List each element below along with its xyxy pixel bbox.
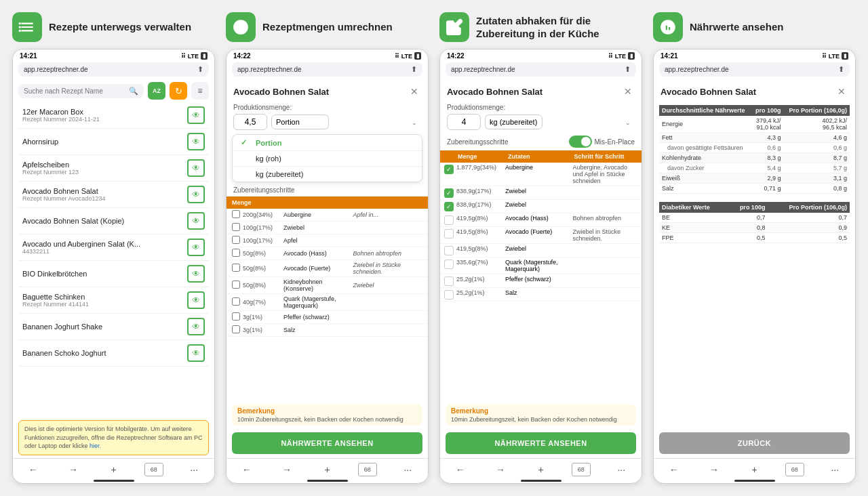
- unit-select-3[interactable]: Portion kg (roh) kg (zubereitet): [485, 115, 542, 129]
- recipe-eye-icon[interactable]: 👁: [187, 318, 205, 335]
- url-bar-4[interactable]: app.rezeptrechner.de ⬆: [659, 62, 850, 77]
- more-nav[interactable]: ···: [184, 463, 203, 476]
- forward-nav-4[interactable]: →: [705, 463, 724, 476]
- back-nav-2[interactable]: ←: [237, 463, 256, 476]
- ingredient-checkbox[interactable]: [232, 312, 240, 321]
- back-button-4[interactable]: ZURÜCK: [659, 432, 850, 454]
- modal-header-4: Avocado Bohnen Salat ✕: [654, 79, 855, 102]
- dropdown-item-portion[interactable]: ✓ Portion: [233, 135, 422, 151]
- bemerkung-section-3: Bemerkung 10min Zubereitungszeit, kein B…: [446, 405, 636, 426]
- list-item[interactable]: Bananen Joghurt Shake 👁: [18, 314, 209, 340]
- ingredient-checkbox[interactable]: [232, 281, 240, 289]
- az-sort-button[interactable]: AZ: [148, 82, 165, 100]
- diabetiker-col-100g: pro 100g: [728, 202, 768, 213]
- qty-input-3[interactable]: [447, 114, 481, 130]
- ingredient-checkbox[interactable]: [444, 229, 454, 239]
- tabs-nav-2[interactable]: 68: [358, 463, 377, 476]
- recipe-eye-icon[interactable]: 👁: [187, 159, 205, 177]
- url-bar-3[interactable]: app.rezeptrechner.de ⬆: [446, 62, 636, 77]
- home-indicator-2: [226, 479, 428, 483]
- ingredient-checkbox[interactable]: [444, 276, 454, 286]
- ingredient-checkbox[interactable]: ✓: [444, 188, 454, 198]
- recipe-eye-icon[interactable]: 👁: [187, 239, 205, 256]
- list-item[interactable]: 12er Macaron Box Rezept Nummer 2024-11-2…: [18, 102, 209, 129]
- url-bar-1[interactable]: app.rezeptrechner.de ⬆: [18, 62, 209, 77]
- ingredient-checkbox[interactable]: [232, 236, 240, 244]
- more-nav-4[interactable]: ···: [825, 463, 844, 476]
- list-item[interactable]: Avocado Bohnen Salat Rezept Nummer Avoca…: [18, 182, 209, 208]
- tabs-nav[interactable]: 68: [144, 463, 163, 476]
- share-icon-3[interactable]: ⬆: [625, 65, 631, 74]
- recipe-eye-icon[interactable]: 👁: [187, 133, 205, 150]
- checklist-row: 419,5g(8%) Zwiebel: [440, 244, 642, 257]
- bottom-bar-4: ← → + 68 ···: [654, 458, 855, 479]
- forward-nav-3[interactable]: →: [491, 463, 510, 476]
- search-wrap[interactable]: 🔍: [18, 84, 144, 98]
- more-nav-2[interactable]: ···: [398, 463, 417, 476]
- add-nav-2[interactable]: +: [317, 463, 336, 476]
- filter-button[interactable]: ≡: [191, 82, 209, 100]
- add-nav-3[interactable]: +: [531, 463, 550, 476]
- url-bar-2[interactable]: app.rezeptrechner.de ⬆: [232, 62, 422, 77]
- nahrwerte-button-3[interactable]: NÄHRWERTE ANSEHEN: [446, 432, 636, 454]
- add-nav[interactable]: +: [104, 463, 123, 476]
- back-nav-4[interactable]: ←: [665, 463, 684, 476]
- ingredient-checkbox[interactable]: [232, 249, 240, 257]
- ingredient-checkbox[interactable]: [444, 260, 454, 269]
- more-nav-3[interactable]: ···: [612, 463, 631, 476]
- share-icon-2[interactable]: ⬆: [411, 65, 417, 74]
- close-button-4[interactable]: ✕: [835, 85, 848, 98]
- recipe-eye-icon[interactable]: 👁: [187, 106, 205, 124]
- ingredient-checkbox[interactable]: [444, 290, 454, 299]
- mis-en-place-toggle[interactable]: [569, 136, 592, 148]
- modal-header-2: Avocado Bohnen Salat ✕: [226, 79, 428, 102]
- list-item[interactable]: Ahornsirup 👁: [18, 129, 209, 155]
- add-nav-4[interactable]: +: [745, 463, 764, 476]
- back-nav[interactable]: ←: [24, 463, 43, 476]
- forward-nav[interactable]: →: [64, 463, 83, 476]
- bottom-bar-1: ← → + 68 ···: [13, 458, 214, 479]
- nutrition-row-gesaettigt: davon gesättigte Fettsäuren 0,6 g 0,6 g: [659, 143, 850, 153]
- warning-link[interactable]: hier.: [90, 442, 101, 449]
- search-input[interactable]: [24, 87, 126, 95]
- share-icon-4[interactable]: ⬆: [838, 65, 844, 74]
- ingredient-checkbox[interactable]: ✓: [444, 165, 454, 174]
- ingredient-checkbox[interactable]: [444, 246, 454, 255]
- recipe-eye-icon[interactable]: 👁: [187, 186, 205, 203]
- list-item[interactable]: Bananen Schoko Joghurt 👁: [18, 340, 209, 367]
- unit-select-2[interactable]: Portion kg (roh) kg (zubereitet): [271, 115, 329, 129]
- qty-input-2[interactable]: [233, 114, 267, 130]
- time-3: 14:22: [447, 52, 465, 60]
- nahrwerte-button-2[interactable]: NÄHRWERTE ANSEHEN: [232, 432, 422, 454]
- unit-dropdown[interactable]: ✓ Portion kg (roh) kg (zubereitet): [232, 134, 422, 182]
- ingredient-checkbox[interactable]: ✓: [444, 202, 454, 211]
- mis-en-place-label: Mis-En-Place: [595, 138, 635, 146]
- list-item[interactable]: Avocado und Auberginen Salat (K... 44332…: [18, 234, 209, 261]
- phone-content-2: Avocado Bohnen Salat ✕ Produktionsmenge:…: [226, 79, 428, 458]
- recipe-eye-icon[interactable]: 👁: [187, 212, 205, 230]
- tabs-nav-4[interactable]: 68: [785, 463, 804, 476]
- back-nav-3[interactable]: ←: [451, 463, 470, 476]
- forward-nav-2[interactable]: →: [277, 463, 296, 476]
- tabs-nav-3[interactable]: 68: [572, 463, 591, 476]
- recipe-eye-icon[interactable]: 👁: [187, 291, 205, 309]
- ingredient-checkbox[interactable]: [232, 264, 240, 272]
- ingredient-checkbox[interactable]: [232, 223, 240, 231]
- list-item[interactable]: Baguette Schinken Rezept Nummer 414141 👁: [18, 287, 209, 314]
- close-button-3[interactable]: ✕: [621, 85, 635, 98]
- recipe-eye-icon[interactable]: 👁: [187, 344, 205, 362]
- refresh-button[interactable]: ↻: [170, 82, 187, 100]
- ingredient-checkbox[interactable]: [232, 297, 240, 306]
- recipe-eye-icon[interactable]: 👁: [187, 265, 205, 283]
- dropdown-item-kg-roh[interactable]: kg (roh): [233, 151, 422, 167]
- share-icon-1[interactable]: ⬆: [197, 65, 203, 74]
- list-item[interactable]: Avocado Bohnen Salat (Kopie) 👁: [18, 208, 209, 234]
- ingredient-checkbox[interactable]: [444, 215, 454, 225]
- list-item[interactable]: Apfelscheiben Rezept Nummer 123 👁: [18, 155, 209, 182]
- ingredient-checkbox[interactable]: [232, 210, 240, 218]
- list-item[interactable]: BIO Dinkelbrötchen 👁: [18, 261, 209, 287]
- dropdown-item-kg-zubereitet[interactable]: kg (zubereitet): [233, 167, 422, 182]
- close-button-2[interactable]: ✕: [408, 85, 421, 98]
- ingredient-checkbox[interactable]: [232, 325, 240, 333]
- ingredient-row: 50g(8%) Avocado (Fuerte) Zwiebel in Stüc…: [226, 260, 428, 277]
